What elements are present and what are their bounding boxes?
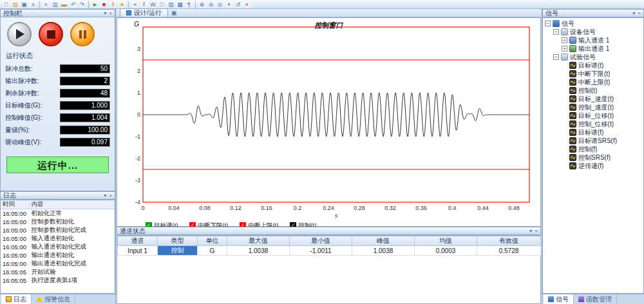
tree-expander-icon[interactable]: − (545, 21, 551, 26)
tree-node-wave[interactable]: 控制_位移(t) (543, 120, 643, 128)
tree-node-chan-out[interactable]: +输出通道 1 (543, 44, 643, 53)
chan-out-icon (569, 45, 576, 52)
log-cell: 16:05:00 (1, 218, 29, 226)
pin-icon[interactable]: ▾ (104, 10, 106, 17)
tree-node-wave[interactable]: 目标谱(f) (543, 128, 643, 137)
wave-icon (569, 154, 576, 161)
tree-node-label: 中断下限(t) (578, 70, 610, 79)
tree-node-wave[interactable]: 目标_速度(t) (543, 95, 643, 103)
start-button[interactable] (7, 22, 32, 46)
pause-test-icon[interactable]: ‖ (109, 1, 117, 8)
tree-node-wave[interactable]: 中断下限(t) (543, 70, 643, 78)
x-tick-label: 0.44 (477, 205, 489, 211)
tree-node-wave[interactable]: 逆传递(f) (543, 162, 643, 170)
new-waterfall-window-icon[interactable]: W (149, 1, 157, 8)
layout-grid-icon[interactable]: ▦ (176, 1, 184, 8)
tree-node-label: 中断上限(t) (578, 78, 610, 87)
zoom-out-icon[interactable]: ⊖ (207, 1, 215, 8)
tab-signal[interactable]: 信号 (544, 294, 574, 304)
tree-node-chan-in[interactable]: +输入通道 1 (543, 36, 643, 44)
status-field: 剩余脉冲数:48 (1, 87, 115, 99)
channel-row[interactable]: Input 1控制G1.0038-1.00111.00380.00030.572… (118, 246, 541, 256)
cross-cursor-icon[interactable]: + (225, 1, 233, 8)
tab-function-manager[interactable]: 函数管理 (574, 294, 617, 304)
tab-design-run[interactable]: 设计/运行 (120, 8, 168, 17)
channel-column-header: 峰值 (352, 236, 415, 246)
tree-node-wave[interactable]: 目标谱(t) (543, 61, 643, 70)
application-window: □▤▣≡×▥▬↶↷►■‖★~fW□▥▦¶⊕⊖◎+↺× 控制栏 ▾ × 运行状态 … (0, 0, 644, 304)
tree-node-wave[interactable]: 控制(f) (543, 145, 643, 153)
tree-node-wave[interactable]: 中断上限(t) (543, 78, 643, 86)
tree-node-wave[interactable]: 目标谱SRS(f) (543, 137, 643, 145)
redo-icon[interactable]: ↷ (78, 1, 86, 8)
tree-node-wave[interactable]: 控制_速度(t) (543, 103, 643, 111)
log-cell: 控制参数初始化 (29, 218, 115, 226)
tree-expander-icon[interactable]: − (553, 54, 559, 60)
pause-button[interactable] (70, 22, 95, 46)
status-field-value: 1.004 (60, 113, 110, 122)
log-cell: 输出通道初始化 (29, 251, 115, 260)
copy-icon[interactable]: ▥ (51, 1, 59, 8)
paste-icon[interactable]: ▬ (60, 1, 68, 8)
zoom-fit-icon[interactable]: ◎ (216, 1, 224, 8)
control-bar-body: 运行状态 脉冲总数:50输出脉冲数:2剩余脉冲数:48目标峰值(G):1.000… (0, 17, 115, 191)
refresh-icon[interactable]: ↺ (234, 1, 242, 8)
control-bar-header: 控制栏 ▾ × (0, 9, 115, 17)
status-field-value: 0.097 (60, 138, 110, 147)
stop-test-icon[interactable]: ■ (100, 1, 108, 8)
tab-log[interactable]: 日志 (1, 294, 32, 304)
y-tick-label: 1 (137, 90, 140, 96)
tree-node-group[interactable]: −设备信号 (543, 28, 643, 36)
report-icon[interactable]: ¶ (185, 1, 193, 8)
close-icon[interactable]: × (109, 192, 112, 199)
close-window-icon[interactable]: × (243, 1, 251, 8)
pin-icon[interactable]: ▾ (104, 192, 106, 199)
tab-design-run-label: 设计/运行 (134, 8, 162, 17)
close-icon[interactable]: × (638, 10, 641, 17)
float-window-icon[interactable]: ▣ (171, 10, 177, 16)
start-test-icon[interactable]: ► (91, 1, 99, 8)
print-icon[interactable]: ≡ (29, 1, 37, 8)
new-time-window-icon[interactable]: ~ (131, 1, 139, 8)
channel-cell: 1.0038 (227, 246, 290, 256)
channel-cell: 控制 (158, 246, 198, 256)
status-field-label: 控制峰值(G): (5, 113, 42, 122)
x-tick-label: 0.32 (384, 205, 396, 211)
tree-node-label: 目标_速度(t) (578, 95, 614, 104)
tree-node-wave[interactable]: 控制(t) (543, 86, 643, 95)
file-open-icon[interactable]: ▤ (11, 1, 19, 8)
tree-node-root[interactable]: −信号 (543, 19, 643, 28)
log-cell: 16:05:05 (1, 268, 29, 276)
x-tick-label: 0.16 (261, 205, 272, 211)
zoom-in-icon[interactable]: ⊕ (198, 1, 206, 8)
new-freq-window-icon[interactable]: f (140, 1, 148, 8)
file-new-icon[interactable]: □ (2, 1, 10, 8)
x-tick-label: 0.04 (168, 205, 180, 211)
close-icon[interactable]: × (535, 227, 538, 234)
pin-icon[interactable]: ▾ (529, 227, 532, 234)
tree-node-group[interactable]: −试验信号 (543, 53, 643, 61)
tab-alarm-info[interactable]: 报警信息 (32, 294, 75, 304)
y-tick-label: 2 (137, 68, 140, 74)
layout-single-icon[interactable]: □ (158, 1, 166, 8)
file-save-icon[interactable]: ▣ (20, 1, 28, 8)
cut-icon[interactable]: × (42, 1, 50, 8)
close-icon[interactable]: × (109, 10, 112, 17)
control-signal-trace (143, 93, 529, 137)
tree-node-wave[interactable]: 目标_位移(t) (543, 111, 643, 120)
stop-button[interactable] (39, 22, 63, 46)
pin-icon[interactable]: ▾ (632, 10, 635, 17)
layout-two-icon[interactable]: ▥ (167, 1, 175, 8)
tree-node-wave[interactable]: 控制SRS(f) (543, 153, 643, 162)
group-icon (561, 28, 568, 35)
test-schedule-icon[interactable]: ★ (118, 1, 126, 8)
x-tick-label: 0.12 (230, 205, 242, 211)
function-icon (578, 296, 584, 302)
channel-status-title: 通道状态 (120, 227, 146, 236)
tree-expander-icon[interactable]: − (553, 29, 559, 35)
y-tick-label: -1 (135, 133, 140, 140)
tree-expander-icon[interactable]: + (562, 46, 567, 52)
status-field-value: 100.00 (60, 126, 110, 135)
undo-icon[interactable]: ↶ (69, 1, 77, 8)
tree-expander-icon[interactable]: + (562, 37, 567, 43)
